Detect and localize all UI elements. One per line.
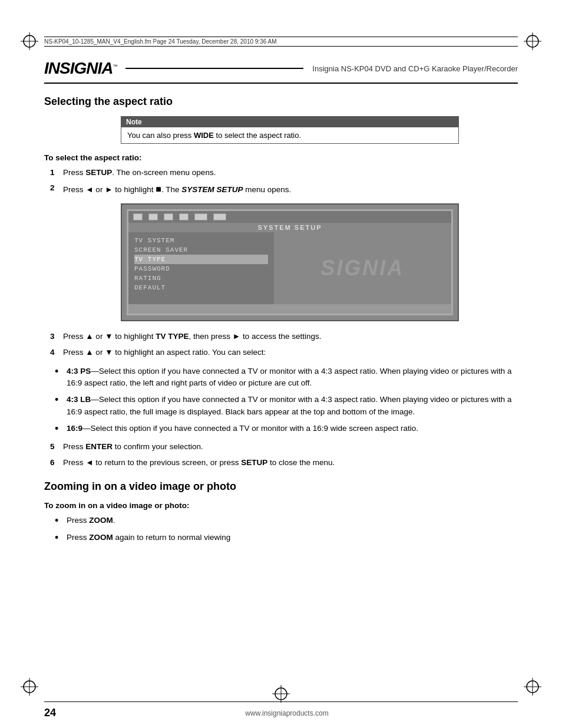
- step-4-num: 4: [50, 347, 63, 358]
- steps-1-2: 1 Press SETUP. The on-screen menu opens.…: [50, 167, 518, 196]
- step-3: 3 Press ▲ or ▼ to highlight TV TYPE, the…: [50, 331, 518, 342]
- header-divider: [125, 68, 303, 69]
- logo-tm: ™: [113, 64, 117, 69]
- menu-item-tv-system: TV SYSTEM: [134, 236, 268, 245]
- sub-heading-zoom: To zoom in on a video image or photo:: [44, 501, 518, 510]
- step-6-text: Press ◄ to return to the previous screen…: [63, 457, 518, 469]
- menu-icons-row: [128, 211, 451, 223]
- step-1-num: 1: [50, 167, 63, 179]
- note-text-suffix: to select the aspect ratio.: [214, 131, 301, 140]
- note-bold-word: WIDE: [194, 131, 214, 140]
- logo-area: INSIGNIA™: [44, 59, 117, 78]
- menu-item-password: PASSWORD: [134, 264, 268, 274]
- steps-3-4: 3 Press ▲ or ▼ to highlight TV TYPE, the…: [50, 331, 518, 358]
- menu-icon-1: [133, 213, 143, 220]
- step-1: 1 Press SETUP. The on-screen menu opens.: [50, 167, 518, 179]
- bullet-text-43lb: 4:3 LB—Select this option if you have co…: [67, 394, 518, 418]
- bullet-text-43ps: 4:3 PS—Select this option if you have co…: [67, 365, 518, 390]
- header-title: Insignia NS-KP04 DVD and CD+G Karaoke Pl…: [312, 64, 518, 73]
- bullet-43lb: • 4:3 LB—Select this option if you have …: [55, 394, 518, 418]
- step-2-num: 2: [50, 182, 63, 196]
- zoom-bullets: • Press ZOOM. • Press ZOOM again to retu…: [55, 515, 518, 545]
- page-header: INSIGNIA™ Insignia NS-KP04 DVD and CD+G …: [44, 59, 518, 84]
- page-footer: 24 www.insigniaproducts.com: [44, 701, 518, 719]
- watermark-text: SIGNIA: [320, 256, 404, 281]
- bullet-zoom-1: • Press ZOOM.: [55, 515, 518, 528]
- corner-mark-br: [524, 678, 541, 696]
- section2-heading: Zooming in on a video image or photo: [44, 480, 518, 493]
- menu-item-rating: RATING: [134, 274, 268, 283]
- footer-page-number: 24: [44, 707, 56, 719]
- step-4-text: Press ▲ or ▼ to highlight an aspect rati…: [63, 347, 518, 358]
- section1-heading: Selecting the aspect ratio: [44, 95, 518, 108]
- menu-item-tv-type: TV TYPE: [134, 255, 268, 264]
- bullet-dot-1: •: [55, 365, 67, 390]
- step-2: 2 Press ◄ or ► to highlight ■. The SYSTE…: [50, 182, 518, 196]
- menu-icon-2: [148, 213, 158, 220]
- bullet-dot-3: •: [55, 423, 67, 436]
- sub-heading-aspect-ratio: To select the aspect ratio:: [44, 153, 518, 162]
- note-text-prefix: You can also press: [127, 131, 194, 140]
- menu-items-area: TV SYSTEM SCREEN SAVER TV TYPE PASSWORD …: [128, 232, 451, 304]
- bullet-169: • 16:9—Select this option if you have co…: [55, 423, 518, 436]
- file-info-text: NS-KP04_10-1285_MAN_V4_English.fm Page 2…: [44, 38, 277, 45]
- menu-item-screen-saver: SCREEN SAVER: [134, 245, 268, 255]
- menu-icon-3: [164, 213, 173, 220]
- note-box: Note You can also press WIDE to select t…: [121, 116, 459, 144]
- step-6: 6 Press ◄ to return to the previous scre…: [50, 457, 518, 469]
- step-5-text: Press ENTER to confirm your selection.: [63, 441, 518, 453]
- note-box-header: Note: [121, 117, 458, 127]
- bullet-text-zoom-1: Press ZOOM.: [67, 515, 518, 528]
- menu-icon-5: [194, 213, 207, 220]
- system-setup-screenshot: SYSTEM SETUP TV SYSTEM SCREEN SAVER TV T…: [121, 203, 459, 321]
- note-box-body: You can also press WIDE to select the as…: [121, 127, 458, 143]
- menu-item-default: DEFAULT: [134, 283, 268, 292]
- bullet-dot-2: •: [55, 394, 67, 418]
- bullet-dot-zoom-2: •: [55, 532, 67, 545]
- file-info-bar: NS-KP04_10-1285_MAN_V4_English.fm Page 2…: [44, 37, 518, 47]
- main-content: INSIGNIA™ Insignia NS-KP04 DVD and CD+G …: [44, 59, 518, 681]
- step-3-text: Press ▲ or ▼ to highlight TV TYPE, then …: [63, 331, 518, 342]
- step-6-num: 6: [50, 457, 63, 469]
- footer-url: www.insigniaproducts.com: [56, 709, 518, 717]
- bullet-text-169: 16:9—Select this option if you have conn…: [67, 423, 518, 436]
- logo-insignia: INSIGNIA™: [44, 59, 117, 78]
- aspect-ratio-bullets: • 4:3 PS—Select this option if you have …: [55, 365, 518, 436]
- bullet-dot-zoom-1: •: [55, 515, 67, 528]
- watermark-area: SIGNIA: [274, 232, 451, 304]
- step-5: 5 Press ENTER to confirm your selection.: [50, 441, 518, 453]
- section-zooming: Zooming in on a video image or photo To …: [44, 480, 518, 545]
- bullet-43ps: • 4:3 PS—Select this option if you have …: [55, 365, 518, 390]
- menu-icon-6: [213, 213, 226, 220]
- menu-icon-4: [179, 213, 189, 220]
- corner-mark-tr: [524, 32, 541, 50]
- step-2-text: Press ◄ or ► to highlight ■. The SYSTEM …: [63, 182, 518, 196]
- corner-mark-bl: [21, 678, 38, 696]
- bullet-zoom-2: • Press ZOOM again to return to normal v…: [55, 532, 518, 545]
- screenshot-inner: SYSTEM SETUP TV SYSTEM SCREEN SAVER TV T…: [127, 209, 453, 315]
- bullet-text-zoom-2: Press ZOOM again to return to normal vie…: [67, 532, 518, 545]
- menu-title: SYSTEM SETUP: [128, 223, 451, 232]
- step-3-num: 3: [50, 331, 63, 342]
- step-5-num: 5: [50, 441, 63, 453]
- steps-5-6: 5 Press ENTER to confirm your selection.…: [50, 441, 518, 469]
- section-aspect-ratio: Selecting the aspect ratio Note You can …: [44, 95, 518, 469]
- step-4: 4 Press ▲ or ▼ to highlight an aspect ra…: [50, 347, 518, 358]
- step-1-text: Press SETUP. The on-screen menu opens.: [63, 167, 518, 179]
- menu-list: TV SYSTEM SCREEN SAVER TV TYPE PASSWORD …: [128, 232, 274, 304]
- corner-mark-tl: [21, 32, 38, 50]
